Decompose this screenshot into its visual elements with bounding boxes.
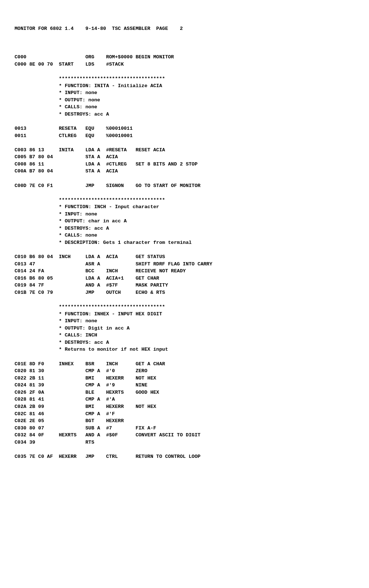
code-line: C028 81 41 CMP A #'A: [15, 396, 354, 403]
code-line: * INPUT: none: [15, 211, 354, 218]
code-line: C000 ORG ROM+$0000 BEGIN MONITOR: [15, 54, 354, 61]
code-line: C008 86 11 LDA A #CTLREG SET 8 BITS AND …: [15, 161, 354, 168]
page-header: MONITOR FOR 6802 1.4 9-14-80 TSC ASSEMBL…: [15, 25, 354, 32]
code-line: * DESCRIPTION: Gets 1 character from ter…: [15, 239, 354, 246]
code-line: [15, 139, 354, 147]
code-line: * INPUT: none: [15, 318, 354, 325]
code-line: C005 B7 80 04 STA A ACIA: [15, 153, 354, 161]
code-line: ************************************: [15, 196, 354, 204]
code-line: C016 B6 80 05 LDA A ACIA+1 GET CHAR: [15, 275, 354, 282]
code-line: [15, 47, 354, 54]
code-line: * INPUT: none: [15, 89, 354, 97]
code-line: C003 86 13 INITA LDA A #RESETA RESET ACI…: [15, 147, 354, 154]
code-line: C00D 7E C0 F1 JMP SIGNON GO TO START OF …: [15, 182, 354, 190]
code-line: C022 2B 11 BMI HEXERR NOT HEX: [15, 375, 354, 382]
code-line: [15, 353, 354, 361]
code-line: * FUNCTION: INHEX - INPUT HEX DIGIT: [15, 311, 354, 318]
code-line: * DESTROYS: acc A: [15, 225, 354, 232]
code-line: * Returns to monitor if not HEX input: [15, 346, 354, 353]
code-line: 0013 RESETA EQU %00010011: [15, 125, 354, 132]
code-line: C02A 2B 09 BMI HEXERR NOT HEX: [15, 403, 354, 410]
code-line: C020 81 30 CMP A #'0 ZERO: [15, 367, 354, 375]
code-line: * FUNCTION: INITA - Initialize ACIA: [15, 82, 354, 90]
code-line: C026 2F 0A BLE HEXRTS GOOD HEX: [15, 389, 354, 396]
code-line: C034 39 RTS: [15, 439, 354, 446]
code-line: C010 B6 80 04 INCH LDA A ACIA GET STATUS: [15, 253, 354, 261]
code-line: * CALLS: none: [15, 232, 354, 239]
code-line: C000 8E 00 70 START LDS #STACK: [15, 61, 354, 68]
code-line: * CALLS: INCH: [15, 332, 354, 339]
code-line: * DESTROYS: acc A: [15, 339, 354, 346]
code-line: C02C 81 46 CMP A #'F: [15, 410, 354, 418]
code-line: C013 47 ASR A SHIFT RDRF FLAG INTO CARRY: [15, 261, 354, 268]
code-line: 0011 CTLREG EQU %00010001: [15, 132, 354, 140]
code-line: C02E 2E 05 BGT HEXERR: [15, 417, 354, 425]
code-line: * OUTPUT: none: [15, 97, 354, 104]
code-line: C024 81 39 CMP A #'9 NINE: [15, 382, 354, 389]
code-line: C01E 8D F0 INHEX BSR INCH GET A CHAR: [15, 361, 354, 368]
code-line: [15, 246, 354, 254]
code-line: C019 84 7F AND A #$7F MASK PARITY: [15, 282, 354, 289]
code-line: * OUTPUT: Digit in acc A: [15, 325, 354, 332]
code-line: [15, 189, 354, 196]
code-line: C035 7E C0 AF HEXERR JMP CTRL RETURN TO …: [15, 453, 354, 460]
code-line: ************************************: [15, 75, 354, 82]
code-line: ************************************: [15, 303, 354, 311]
code-line: C01B 7E C0 79 JMP OUTCH ECHO & RTS: [15, 289, 354, 296]
code-line: * FUNCTION: INCH - Input character: [15, 203, 354, 211]
code-line: C014 24 FA BCC INCH RECIEVE NOT READY: [15, 268, 354, 275]
code-line: C00A B7 80 04 STA A ACIA: [15, 168, 354, 175]
code-line: C030 80 07 SUB A #7 FIX A-F: [15, 425, 354, 432]
code-line: [15, 446, 354, 453]
code-line: * CALLS: none: [15, 104, 354, 111]
code-line: [15, 296, 354, 304]
code-line: [15, 68, 354, 75]
assembler-listing: MONITOR FOR 6802 1.4 9-14-80 TSC ASSEMBL…: [15, 11, 354, 467]
code-line: * DESTROYS: acc A: [15, 111, 354, 118]
code-line: C032 84 0F HEXRTS AND A #$0F CONVERT ASC…: [15, 432, 354, 439]
code-line: [15, 175, 354, 182]
code-line: * OUTPUT: char in acc A: [15, 218, 354, 225]
code-line: [15, 118, 354, 125]
